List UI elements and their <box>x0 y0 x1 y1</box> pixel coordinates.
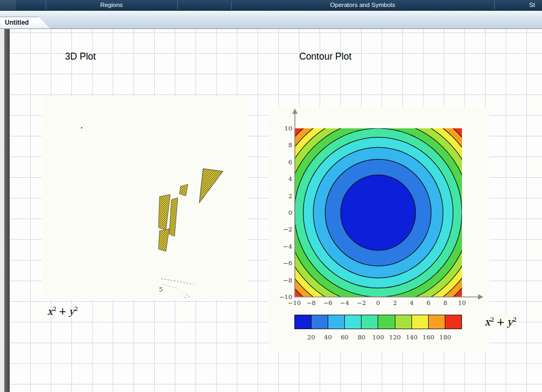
x-tick-label: 6 <box>427 299 430 307</box>
x-tick-label: −6 <box>323 299 333 307</box>
3d-plot-heading[interactable]: 3D Plot <box>65 51 96 62</box>
app-corner <box>0 0 16 11</box>
x-tick-label: −4 <box>340 299 349 307</box>
3d-plot-region[interactable]: 5 <box>42 96 248 300</box>
contour-plot-heading[interactable]: Contour Plot <box>299 51 351 62</box>
surface-fragment <box>179 184 188 196</box>
ribbon-bar: Regions Operators and Symbols St <box>0 0 542 11</box>
axis-fragment <box>161 279 193 284</box>
x-tick-label: −8 <box>307 299 316 307</box>
x-tick-label: −2 <box>357 299 366 307</box>
expr-var: x <box>47 306 53 317</box>
contour-plot-expression[interactable]: x2+y2 <box>482 315 519 329</box>
stray-point <box>81 127 82 128</box>
x-axis-arrow-icon <box>478 294 483 300</box>
x-tick-label: 4 <box>410 299 414 307</box>
colorbar-label: 100 <box>372 333 384 341</box>
document-tab-bar: Untitled <box>0 17 542 28</box>
ribbon-lower-strip <box>0 11 542 17</box>
colorbar-segment <box>295 315 311 329</box>
y-axis-arrow-icon <box>292 108 298 114</box>
x-tick-label: −10 <box>288 299 301 307</box>
worksheet-grid[interactable]: 3D Plot Contour Plot <box>10 29 542 392</box>
colorbar-label: 40 <box>324 333 332 341</box>
x-tick-label: 10 <box>458 299 466 307</box>
colorbar-label: 20 <box>307 333 315 341</box>
ribbon-group-operators-symbols[interactable]: Operators and Symbols <box>231 0 494 11</box>
surface-fragment <box>158 194 170 230</box>
expr-exponent: 2 <box>53 306 56 313</box>
colorbar-segment <box>311 315 328 329</box>
contour-colorbar-labels: 20406080100120140160180 <box>294 333 462 342</box>
expr-operator: + <box>59 306 67 317</box>
ribbon-group-style[interactable]: St <box>529 0 542 11</box>
y-tick-label: 2 <box>288 192 292 199</box>
axis-fragment <box>162 284 177 288</box>
y-tick-label: 4 <box>288 175 292 183</box>
colorbar-label: 140 <box>406 333 417 341</box>
x-tick-label: 2 <box>393 299 397 307</box>
surface-fragment <box>158 229 169 251</box>
y-tick-label: −6 <box>283 259 292 267</box>
contour-x-ticks: −10−8−6−4−20246810 <box>294 299 462 308</box>
colorbar-segment <box>445 315 461 329</box>
y-tick-label: 6 <box>288 158 292 166</box>
3d-plot-expression[interactable]: x2+y2 <box>47 306 78 317</box>
x-tick-label: 8 <box>443 299 447 307</box>
3d-axis-tick-label: 5 <box>159 286 163 293</box>
colorbar-label: 180 <box>439 333 451 341</box>
colorbar-segment <box>378 315 394 329</box>
x-tick-label: 0 <box>376 299 380 307</box>
colorbar-segment <box>395 315 411 329</box>
surface-fragment <box>169 198 178 236</box>
y-tick-label: −8 <box>283 276 292 284</box>
document-tab-untitled[interactable]: Untitled <box>0 17 52 28</box>
colorbar-label: 120 <box>389 333 401 341</box>
colorbar-segment <box>428 315 445 329</box>
y-tick-label: −4 <box>283 243 292 250</box>
expr-exponent: 2 <box>74 306 78 313</box>
colorbar-segment <box>328 315 344 329</box>
ribbon-separator <box>177 1 178 10</box>
colorbar-label: 60 <box>341 333 349 341</box>
left-margin <box>0 29 4 392</box>
left-margin-strip <box>4 29 10 392</box>
colorbar-segment <box>411 315 428 329</box>
y-tick-label: 10 <box>284 125 292 132</box>
expr-var: y <box>507 316 513 328</box>
expr-exponent: 2 <box>490 316 494 323</box>
colorbar-label: 160 <box>423 333 435 341</box>
3d-plot-fragments-svg: 5 <box>42 96 248 300</box>
contour-colorbar <box>294 315 462 329</box>
document-tab-label: Untitled <box>5 19 29 26</box>
axis-dot <box>186 294 187 295</box>
ribbon-group-regions[interactable]: Regions <box>46 0 177 11</box>
expr-operator: + <box>496 316 505 328</box>
colorbar-segment <box>344 315 361 329</box>
y-tick-label: −2 <box>283 226 292 233</box>
work-area: 3D Plot Contour Plot <box>0 28 542 392</box>
expr-var: x <box>485 316 490 328</box>
colorbar-segment <box>361 315 378 329</box>
expr-var: y <box>69 306 74 317</box>
axis-dot <box>189 296 190 297</box>
ribbon-separator <box>494 1 495 10</box>
axis-dot <box>185 297 186 298</box>
y-tick-label: 0 <box>288 209 292 216</box>
contour-plot-svg <box>294 128 462 297</box>
colorbar-label: 80 <box>357 333 365 341</box>
contour-plot-region[interactable]: 1086420−2−4−6−8−10 −10−8−6−4−20246810 20… <box>269 107 489 351</box>
expr-exponent: 2 <box>513 316 517 323</box>
surface-fragment <box>199 169 223 203</box>
y-tick-label: 8 <box>288 141 292 149</box>
contour-y-ticks: 1086420−2−4−6−8−10 <box>269 128 292 297</box>
